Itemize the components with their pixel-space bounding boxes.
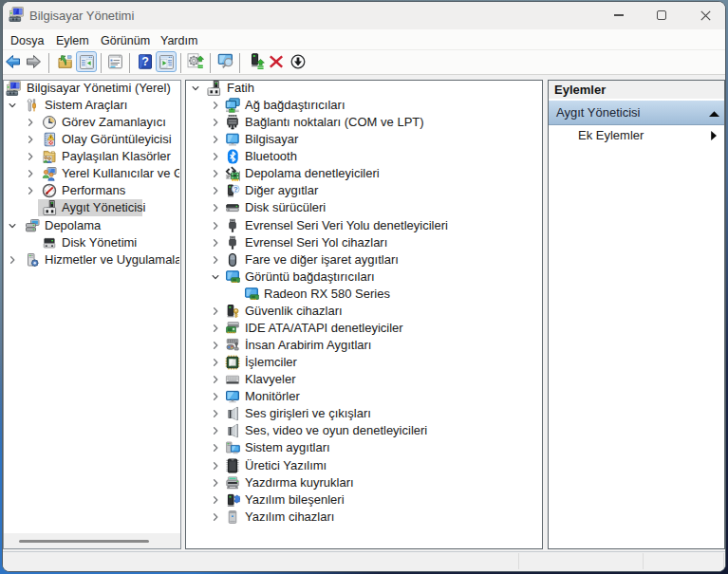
svg-text:?: ? [141,55,149,68]
svg-text:?: ? [233,185,238,194]
